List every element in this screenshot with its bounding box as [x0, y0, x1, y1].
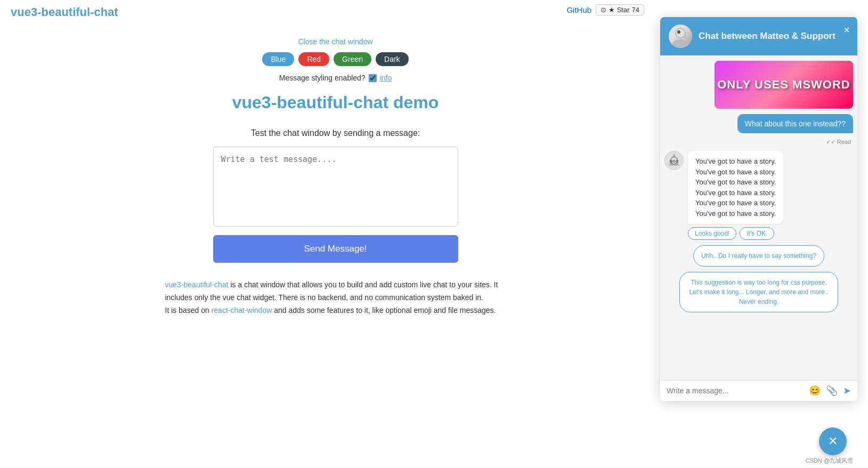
svg-text:BGS: BGS — [670, 159, 678, 164]
main-content: Close the chat window Blue Red Green Dar… — [0, 27, 671, 327]
avatar-image — [669, 25, 692, 48]
test-label: Test the chat window by sending a messag… — [251, 128, 420, 138]
red-theme-button[interactable]: Red — [298, 52, 329, 66]
chat-header-title: Chat between Matteo & Support — [699, 30, 835, 42]
svg-point-1 — [672, 39, 689, 48]
github-logo-icon: ⊙ — [601, 6, 606, 14]
color-buttons-group: Blue Red Green Dark — [262, 52, 408, 66]
footer: CSDN @九城风雪 — [806, 457, 853, 465]
svg-point-3 — [677, 30, 680, 34]
desc-text-2: It is based on — [165, 306, 212, 314]
sent-message-1: What about this one instead?? — [737, 114, 853, 133]
message-styling-row: Message styling enabled? info — [279, 74, 392, 82]
image-content: ONLY USES MSWORD — [715, 61, 853, 109]
long-suggestion-1[interactable]: Uhh.. Do I really have to say something? — [693, 245, 824, 267]
app-title: vue3-beautiful-chat — [11, 5, 118, 19]
chat-message-input[interactable] — [667, 386, 805, 395]
suggestion-chip-2[interactable]: It's OK. — [740, 227, 774, 240]
green-theme-button[interactable]: Green — [334, 52, 371, 66]
message-styling-label: Message styling enabled? — [279, 74, 366, 82]
demo-title: vue3-beautiful-chat demo — [232, 93, 439, 112]
long-suggestion-container-2: This suggestion is way too long for css … — [664, 272, 853, 312]
fab-icon: ✕ — [828, 434, 838, 448]
desc-text-3: and adds some features to it, like optio… — [272, 306, 496, 314]
chat-input-area: 😊 📎 ➤ — [660, 380, 857, 401]
star-label: ★ Star — [609, 6, 629, 14]
image-message: ONLY USES MSWORD — [715, 61, 853, 109]
read-indicator: ✓✓ Read — [826, 139, 853, 146]
blue-theme-button[interactable]: Blue — [262, 52, 294, 66]
send-message-button[interactable]: Send Message! — [213, 235, 458, 263]
chat-avatar — [669, 25, 692, 48]
chat-input-icons: 😊 📎 ➤ — [809, 386, 851, 396]
github-area: GitHub ⊙ ★ Star 74 — [566, 4, 644, 15]
footer-text: CSDN @九城风雪 — [806, 457, 853, 464]
github-link[interactable]: GitHub — [566, 5, 591, 14]
dark-theme-button[interactable]: Dark — [376, 52, 409, 66]
send-icon-button[interactable]: ➤ — [843, 386, 851, 396]
received-message-row: BGS You've got to have a story.You've go… — [664, 151, 853, 224]
received-avatar: BGS — [664, 151, 684, 170]
emoji-button[interactable]: 😊 — [809, 386, 821, 396]
react-chat-window-link[interactable]: react-chat-window — [212, 306, 272, 314]
received-message-bubble: You've got to have a story.You've got to… — [688, 151, 783, 224]
svg-point-2 — [676, 29, 685, 37]
fab-button[interactable]: ✕ — [819, 427, 847, 455]
vue3-chat-link[interactable]: vue3-beautiful-chat — [165, 280, 229, 289]
chat-window: Chat between Matteo & Support × ONLY USE… — [660, 17, 857, 401]
close-chat-link[interactable]: Close the chat window — [298, 37, 372, 46]
attachment-button[interactable]: 📎 — [826, 386, 838, 396]
received-text: You've got to have a story.You've got to… — [695, 157, 776, 217]
chat-header: Chat between Matteo & Support × — [660, 17, 857, 55]
long-suggestion-container-1: Uhh.. Do I really have to say something? — [664, 245, 853, 267]
message-styling-checkbox[interactable] — [369, 74, 377, 82]
long-suggestion-2[interactable]: This suggestion is way too long for css … — [679, 272, 838, 312]
suggestion-chip-1[interactable]: Looks good! — [688, 227, 736, 240]
star-count: 74 — [632, 6, 639, 14]
message-textarea[interactable] — [213, 147, 458, 227]
chat-messages[interactable]: ONLY USES MSWORD What about this one ins… — [660, 55, 857, 380]
image-text: ONLY USES MSWORD — [717, 78, 850, 92]
suggestions-row: Looks good! It's OK. — [664, 227, 853, 240]
chat-close-button[interactable]: × — [843, 25, 850, 35]
github-star-button[interactable]: ⊙ ★ Star 74 — [596, 4, 644, 15]
info-link[interactable]: info — [380, 74, 392, 82]
description-text: vue3-beautiful-chat is a chat window tha… — [165, 279, 506, 317]
header: vue3-beautiful-chat — [11, 5, 118, 19]
sent-message-text-1: What about this one instead?? — [745, 119, 846, 128]
